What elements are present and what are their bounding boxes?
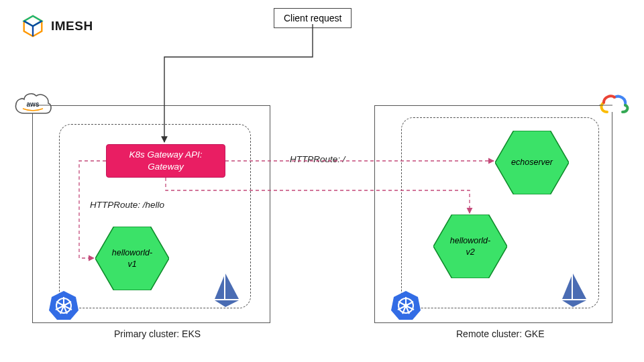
gateway-line1: K8s Gateway API: — [129, 149, 202, 161]
kubernetes-icon-primary — [48, 290, 79, 323]
svg-marker-24 — [215, 276, 224, 299]
svg-marker-28 — [573, 274, 586, 299]
httproute-hello-label: HTTPRoute: /hello — [90, 200, 164, 210]
httproute-root-label: HTTPRoute: / — [290, 154, 345, 164]
aws-cloud-icon: aws — [12, 90, 54, 121]
helloworld-v1-label: helloworld- v1 — [112, 247, 152, 269]
svg-point-13 — [62, 304, 66, 308]
brand-logo: IMESH — [20, 13, 93, 39]
service-echoserver: echoserver — [495, 131, 569, 194]
svg-point-23 — [404, 304, 408, 308]
gateway-line2: Gateway — [129, 161, 202, 173]
svg-marker-26 — [215, 300, 239, 307]
brand-text: IMESH — [51, 19, 93, 34]
svg-text:aws: aws — [27, 101, 40, 108]
k8s-gateway-api-box: K8s Gateway API: Gateway — [106, 144, 225, 178]
svg-marker-25 — [225, 274, 239, 299]
istio-icon-primary — [213, 274, 240, 311]
imesh-cube-icon — [20, 13, 46, 39]
kubernetes-icon-remote — [390, 290, 421, 323]
gcp-cloud-icon — [597, 90, 631, 121]
client-request-box: Client request — [274, 8, 352, 28]
echoserver-label: echoserver — [511, 157, 553, 168]
svg-marker-27 — [562, 276, 572, 299]
helloworld-v2-label: helloworld- v2 — [450, 235, 490, 257]
service-helloworld-v2: helloworld- v2 — [433, 215, 507, 278]
remote-cluster-label: Remote cluster: GKE — [456, 328, 545, 339]
primary-cluster-label: Primary cluster: EKS — [114, 328, 201, 339]
istio-icon-remote — [561, 274, 588, 311]
svg-marker-29 — [562, 300, 586, 307]
service-helloworld-v1: helloworld- v1 — [95, 227, 169, 290]
client-request-label: Client request — [284, 13, 341, 23]
